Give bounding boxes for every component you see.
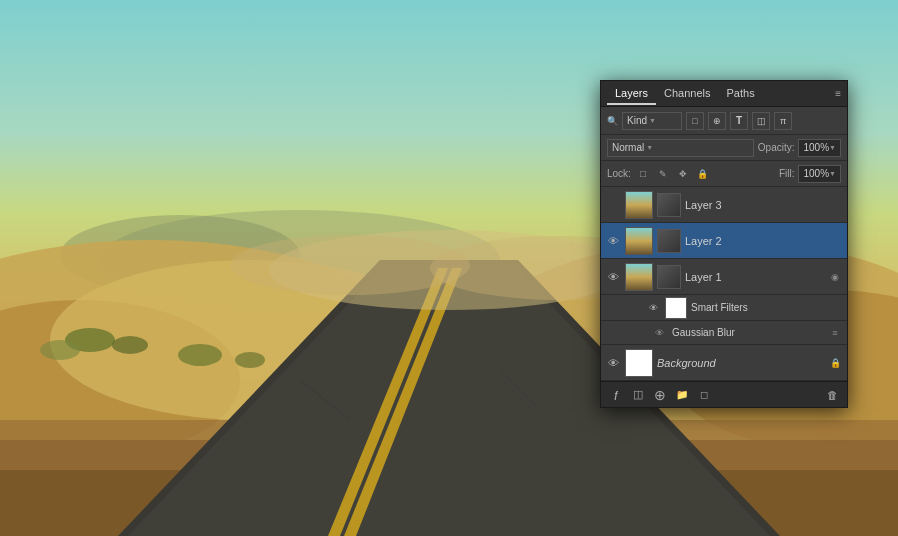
background-name: Background: [657, 357, 823, 369]
fill-label: Fill:: [779, 168, 795, 179]
gaussian-blur-row[interactable]: 👁 Gaussian Blur ≡: [601, 321, 847, 345]
lock-transparent-icon[interactable]: □: [635, 166, 651, 182]
svg-point-17: [112, 336, 148, 354]
layer2-mask-thumbnail: [657, 229, 681, 253]
fill-input[interactable]: 100% ▼: [798, 165, 841, 183]
kind-chevron-icon: ▼: [649, 117, 656, 124]
background-visibility-icon[interactable]: 👁: [605, 355, 621, 371]
smart-filters-name: Smart Filters: [691, 302, 843, 313]
layers-panel: Layers Channels Paths ≡ 🔍 Kind ▼ □ ⊕ T ◫…: [600, 80, 848, 408]
layer1-visibility-icon[interactable]: 👁: [605, 269, 621, 285]
tab-paths[interactable]: Paths: [719, 83, 763, 105]
type-filter-icon[interactable]: T: [730, 112, 748, 130]
kind-select[interactable]: Kind ▼: [622, 112, 682, 130]
opacity-chevron-icon: ▼: [829, 144, 836, 151]
kind-label: Kind: [627, 115, 647, 126]
lock-position-icon[interactable]: ✥: [675, 166, 691, 182]
panel-menu-button[interactable]: ≡: [835, 88, 841, 99]
blend-chevron-icon: ▼: [646, 144, 653, 151]
layer3-thumbnail: [625, 191, 653, 219]
svg-point-18: [40, 340, 80, 360]
layer-row-layer3[interactable]: Layer 3: [601, 187, 847, 223]
gaussian-blur-adjust-icon[interactable]: ≡: [827, 325, 843, 341]
layer-row-background[interactable]: 👁 Background 🔒: [601, 345, 847, 381]
new-group-button[interactable]: 📁: [673, 386, 691, 404]
add-mask-button[interactable]: ◫: [629, 386, 647, 404]
svg-point-20: [235, 352, 265, 368]
tab-layers[interactable]: Layers: [607, 83, 656, 105]
shape-filter-icon[interactable]: ◫: [752, 112, 770, 130]
adjustment-filter-icon[interactable]: ⊕: [708, 112, 726, 130]
panel-bottom-toolbar: ƒ ◫ ⊕ 📁 ◻ 🗑: [601, 381, 847, 407]
layer3-mask-thumbnail: [657, 193, 681, 217]
layer2-thumbnail: [625, 227, 653, 255]
search-icon: 🔍: [607, 116, 618, 126]
fill-value-text: 100%: [803, 168, 829, 179]
blend-mode-select[interactable]: Normal ▼: [607, 139, 754, 157]
lock-all-icon[interactable]: 🔒: [695, 166, 711, 182]
pixel-filter-icon[interactable]: □: [686, 112, 704, 130]
smart-filters-visibility-icon[interactable]: 👁: [645, 300, 661, 316]
layer1-mask-thumbnail: [657, 265, 681, 289]
svg-point-19: [178, 344, 222, 366]
tab-channels[interactable]: Channels: [656, 83, 718, 105]
gaussian-blur-name: Gaussian Blur: [672, 327, 823, 338]
layer2-visibility-icon[interactable]: 👁: [605, 233, 621, 249]
opacity-input[interactable]: 100% ▼: [798, 139, 841, 157]
smart-filter-icon[interactable]: π: [774, 112, 792, 130]
lock-image-icon[interactable]: ✎: [655, 166, 671, 182]
gaussian-blur-eye-icon: 👁: [655, 328, 664, 338]
lock-fill-row: Lock: □ ✎ ✥ 🔒 Fill: 100% ▼: [601, 161, 847, 187]
layers-list: Layer 3 👁 Layer 2 👁 Layer 1 ◉: [601, 187, 847, 381]
opacity-label: Opacity:: [758, 142, 795, 153]
kind-row: 🔍 Kind ▼ □ ⊕ T ◫ π: [601, 107, 847, 135]
layer1-fx-icon: ◉: [827, 269, 843, 285]
layer3-name: Layer 3: [685, 199, 843, 211]
layer1-thumbnail: [625, 263, 653, 291]
layer1-name: Layer 1: [685, 271, 823, 283]
delete-layer-button[interactable]: 🗑: [823, 386, 841, 404]
background-lock-icon: 🔒: [827, 355, 843, 371]
new-layer-button[interactable]: ◻: [695, 386, 713, 404]
panel-tabs: Layers Channels Paths ≡: [601, 81, 847, 107]
background-thumbnail: [625, 349, 653, 377]
smart-filters-row[interactable]: 👁 Smart Filters: [601, 295, 847, 321]
lock-label: Lock:: [607, 168, 631, 179]
new-fill-adjustment-button[interactable]: ⊕: [651, 386, 669, 404]
smart-filters-thumbnail: [665, 297, 687, 319]
blend-mode-value: Normal: [612, 142, 644, 153]
add-style-button[interactable]: ƒ: [607, 386, 625, 404]
layer-row-layer2[interactable]: 👁 Layer 2: [601, 223, 847, 259]
fill-chevron-icon: ▼: [829, 170, 836, 177]
blend-opacity-row: Normal ▼ Opacity: 100% ▼: [601, 135, 847, 161]
opacity-value-text: 100%: [803, 142, 829, 153]
layer-row-layer1[interactable]: 👁 Layer 1 ◉: [601, 259, 847, 295]
layer2-name: Layer 2: [685, 235, 843, 247]
